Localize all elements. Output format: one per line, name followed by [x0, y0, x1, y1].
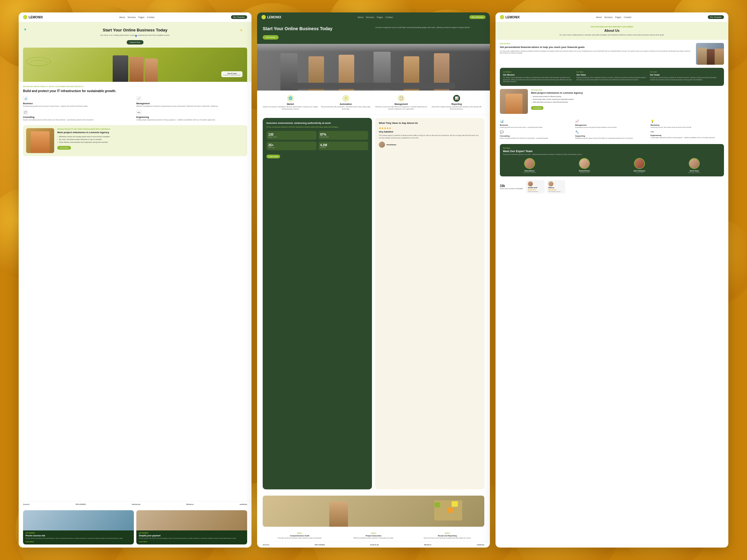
step-desc: Thorough and all-encompassing audits, le… [263, 537, 336, 539]
panel1-buy-template-button[interactable]: Buy Template [231, 15, 247, 19]
logo-splashed: SPLASHED [315, 544, 325, 546]
panel2-features: 🌐 Market Explore the dynamic marketplace… [257, 90, 490, 115]
panel3-buy-template-button[interactable]: Buy Template [708, 15, 724, 19]
team-member-julie: Julie Thompson Creative Head [613, 158, 666, 173]
feature-desc: Data-driven insights through comprehensi… [429, 106, 484, 110]
panel2-process-steps: STEP 1 Comprehensive Audit Thorough and … [257, 530, 490, 542]
service-desc: Cutting-edge engineering solutions drivi… [650, 137, 724, 139]
step-1: STEP 1 Comprehensive Audit Thorough and … [263, 532, 336, 539]
review-label: Professional Team [528, 191, 543, 192]
mission-label: Our Mission [503, 71, 574, 73]
panel2-learn-more-button[interactable]: Learn more [266, 155, 280, 158]
management-icon: 📋 [398, 95, 405, 102]
project-bullet: Utilize data-driven processes to make in… [531, 101, 724, 103]
panel-3: LEMONIX About Services Pages Contact Buy… [495, 12, 728, 548]
panel3-nav-links: About Services Pages Contact [596, 16, 631, 18]
reporting-icon: 📊 [453, 95, 460, 102]
panel2-bottom-content: Inclusive environment, embracing authent… [257, 115, 490, 492]
review-stars: ★★★★★ [548, 189, 563, 191]
panel1-explore-button[interactable]: Explore Now [127, 40, 144, 45]
panel2-testimonial: What They Have to Say About Us ★★★★★ Ver… [375, 118, 484, 489]
panel-2: LEMONIX About Services Pages Contact Buy… [257, 12, 490, 548]
panel2-hero-image [257, 44, 490, 90]
financial-left: Click Here Now Get personalized financia… [500, 43, 693, 65]
person-3 [145, 58, 158, 82]
service-desc: Expert consulting services that unlock y… [23, 119, 134, 121]
stat-revenue: 4.2M Revenue [318, 141, 368, 150]
trust-label: users trust Lemonix worldwide [500, 188, 523, 189]
project-info: Click Here Now Meet project milestones i… [531, 89, 724, 114]
card-overlay: GET REWARD Proven success rate Proven su… [23, 530, 134, 544]
service-desc: Achieving growth and success every facet… [500, 127, 573, 129]
card-desc: Proven success rate refers to the percen… [26, 538, 131, 539]
logo-anorch: Anorch [23, 503, 30, 505]
panel2-partner-logos: Anorch SPLASHED HydraLab Mediora wellbot… [257, 542, 490, 548]
stat-years: 25+ Years Exp [266, 141, 316, 150]
panel2-logo: LEMONIX [261, 15, 281, 19]
card-title: Simplify your payment [139, 534, 244, 537]
panel3-project: Click Here Now Meet project milestones i… [495, 86, 728, 117]
satisfaction-label: Very Satisfied [379, 131, 481, 133]
card-learn-more[interactable]: Learn More [26, 541, 131, 542]
trust-stat: 15k users trust Lemonix worldwide [500, 184, 523, 189]
member-role: Operations Head [558, 172, 611, 173]
stats-subtitle: At Viva, we embrace diversity in all for… [266, 126, 368, 128]
panel3-about-section: DISCOVER MORE AND HELP EMPOWER YOUR SUMM… [495, 22, 728, 40]
member-avatar [524, 158, 535, 169]
step-title: Result and Reporting [411, 535, 484, 537]
value-title: Our Value [576, 74, 647, 76]
feature-name: Reporting [429, 103, 484, 105]
panel3-get-started-button[interactable]: Get Started [531, 106, 543, 110]
service-name: Consulting [23, 116, 134, 118]
service-management: 📈 Management Empowering success and grow… [575, 119, 649, 129]
feature-name: Automation [318, 103, 374, 105]
panel2-buy-template-button[interactable]: Buy Template [469, 15, 486, 19]
stats-title: Inclusive environment, embracing authent… [266, 122, 368, 125]
value-label: Our Value [576, 71, 647, 73]
service-name: Engineering [136, 116, 247, 118]
project-info: MANAGE PROJECTS AND THEIR STAKEHOLDERS W… [57, 128, 244, 153]
card-title: Proven success rate [26, 534, 131, 537]
market-icon: 🌐 [287, 95, 294, 102]
panel2-nav-links: About Services Pages Contact [358, 16, 393, 18]
testimonial-text: The creative agency's attention to detai… [379, 134, 481, 139]
stat-number: 130 [268, 133, 315, 136]
step-title: Comprehensive Audit [263, 535, 336, 537]
panel3-services: 📊 Business Achieving growth and success … [495, 117, 728, 142]
project-label: Click Here Now [531, 89, 724, 91]
logo-mediora: Mediora [186, 503, 194, 505]
panel1-services: 📊 Business Empowering growth and success… [23, 96, 247, 121]
review-stars: ★★★★★ [528, 189, 543, 191]
person-tag: Joe & Luna Founder & Creative Director [221, 71, 242, 77]
goals-desc: Our goal is to become the go-to solution… [650, 77, 721, 81]
project-bullet: Present project data in results, reporti… [531, 99, 724, 101]
panel3-navbar: LEMONIX About Services Pages Contact Buy… [495, 12, 728, 22]
panel2-process [257, 492, 490, 530]
marketing-icon: 💡 [650, 119, 724, 123]
panel2-stats-card: Inclusive environment, embracing authent… [263, 118, 372, 489]
financial-desc: Our team works collaboratively to develo… [500, 50, 693, 55]
card-badge: GET REWARD [139, 532, 244, 534]
panel1-learn-more-button[interactable]: Learn More [57, 146, 71, 150]
member-avatar [689, 158, 700, 169]
engineering-icon: </> [136, 110, 141, 115]
goals-label: Our Goals [650, 71, 721, 73]
service-engineering: </> Engineering Cutting-edge engineering… [136, 110, 247, 121]
stat-label: Years Exp [268, 147, 315, 149]
consulting-icon: 💬 [23, 110, 28, 115]
panel2-get-started-button[interactable]: Get Started [263, 35, 279, 39]
card-learn-more[interactable]: Learn More [139, 541, 244, 542]
logo-icon [261, 15, 266, 19]
step-title: Project Execution [336, 535, 410, 537]
feature-market: 🌐 Market Explore the dynamic marketplace… [263, 95, 318, 110]
logo-splashed: SPLASHED [76, 503, 86, 505]
meeting-table [292, 83, 455, 89]
fin-person [697, 48, 707, 65]
step-number: STEP 2 [336, 532, 410, 534]
project-bullet: Effortlessly monitor and manage project … [57, 136, 244, 137]
project-image [500, 89, 528, 114]
trust-reviews: Jennifer Scott ★★★★★ Professional Team R… [526, 180, 565, 193]
project-bullet: Inclusive project timeline for effective… [531, 96, 724, 98]
avatar-image [525, 159, 535, 168]
panel1-bottom-cards: GET REWARD Proven success rate Proven su… [19, 507, 252, 548]
